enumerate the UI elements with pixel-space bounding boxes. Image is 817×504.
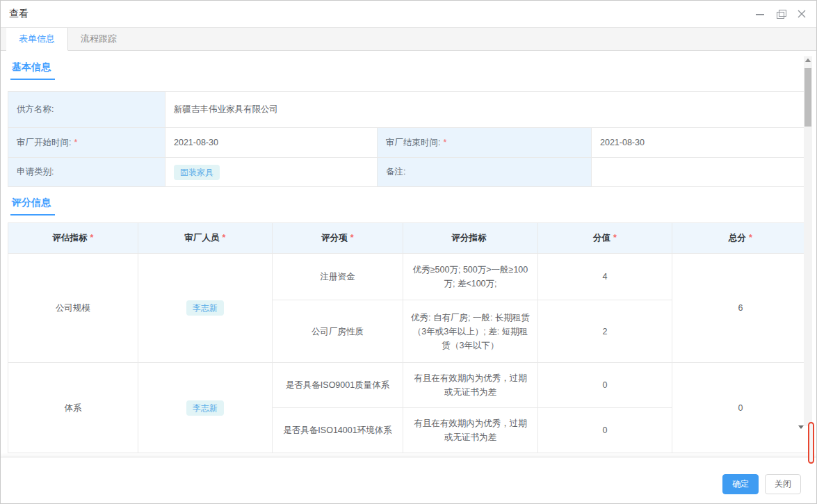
table-row: 供方名称: 新疆吉丰伟业家具有限公司	[8, 92, 809, 128]
tab-bar: 表单信息 流程跟踪	[1, 27, 816, 51]
window-controls	[755, 9, 807, 19]
tab-process-tracking[interactable]: 流程跟踪	[68, 28, 129, 50]
col-header-indicator: 评估指标*	[8, 223, 138, 254]
scrollbar-thumb[interactable]	[804, 68, 811, 127]
cell-score-item: 是否具备ISO14001环境体系	[273, 408, 403, 453]
cell-score: 2	[538, 300, 672, 363]
table-row: 申请类别: 固装家具 备注:	[8, 158, 809, 187]
supplier-name-value: 新疆吉丰伟业家具有限公司	[165, 92, 809, 128]
category-tag: 固装家具	[174, 165, 220, 180]
restore-icon[interactable]	[776, 9, 786, 19]
required-mark: *	[90, 233, 94, 243]
tab-form-info[interactable]: 表单信息	[6, 28, 68, 51]
cell-criteria: 优秀: 自有厂房; 一般: 长期租赁（3年或3年以上）; 差: 短期租赁（3年以…	[403, 300, 538, 363]
cell-indicator: 公司规模	[8, 254, 138, 363]
score-info-section-title: 评分信息	[10, 197, 55, 216]
minimize-icon[interactable]	[755, 9, 765, 19]
table-row: 体系 李志新 是否具备ISO9001质量体系 有且在有效期内为优秀，过期或无证书…	[8, 363, 809, 408]
audit-end-value: 2021-08-30	[592, 128, 809, 158]
col-header-criteria: 评分指标	[403, 223, 538, 254]
scroll-down-icon[interactable]	[798, 425, 804, 429]
cell-total: 0	[672, 363, 809, 453]
cell-criteria: 有且在有效期内为优秀，过期或无证书为差	[403, 408, 538, 453]
apply-category-label: 申请类别:	[8, 158, 165, 187]
cell-indicator: 体系	[8, 363, 138, 453]
supplier-name-label: 供方名称:	[8, 92, 165, 128]
table-row: 公司规模 李志新 注册资金 优秀≥500万; 500万>一般≥100万; 差<1…	[8, 254, 809, 300]
cell-score-item: 注册资金	[273, 254, 403, 300]
view-dialog: 查看 表单信息 流程跟踪 基本信息 供方名称: 新疆吉丰伟业家具有限公司 审厂开…	[0, 0, 817, 504]
col-header-score-item: 评分项*	[273, 223, 403, 254]
col-header-auditor: 审厂人员*	[138, 223, 273, 254]
confirm-button[interactable]: 确定	[722, 474, 759, 494]
dialog-titlebar: 查看	[1, 1, 816, 27]
cell-score: 4	[538, 254, 672, 300]
red-scroll-indicator[interactable]	[808, 422, 814, 464]
cell-score: 0	[538, 408, 672, 453]
col-header-total: 总分*	[672, 223, 809, 254]
audit-start-label: 审厂开始时间:*	[8, 128, 165, 158]
cell-criteria: 优秀≥500万; 500万>一般≥100万; 差<100万;	[403, 254, 538, 300]
audit-end-label: 审厂结束时间:*	[378, 128, 592, 158]
cell-total: 6	[672, 254, 809, 363]
cell-criteria: 有且在有效期内为优秀，过期或无证书为差	[403, 363, 538, 408]
remark-value	[592, 158, 809, 187]
cell-score: 0	[538, 363, 672, 408]
required-mark: *	[350, 233, 354, 243]
dialog-content: 基本信息 供方名称: 新疆吉丰伟业家具有限公司 审厂开始时间:* 2021-08…	[1, 51, 816, 457]
required-mark: *	[74, 138, 77, 147]
required-mark: *	[749, 233, 752, 243]
dialog-footer: 确定 关闭	[1, 457, 816, 503]
table-row: 审厂开始时间:* 2021-08-30 审厂结束时间:* 2021-08-30	[8, 128, 809, 158]
required-mark: *	[443, 138, 446, 147]
close-icon[interactable]	[797, 9, 807, 19]
cell-score-item: 是否具备ISO9001质量体系	[273, 363, 403, 408]
remark-label: 备注:	[378, 158, 592, 187]
score-table-header-row: 评估指标* 审厂人员* 评分项* 评分指标 分值* 总分*	[8, 223, 809, 254]
dialog-title: 查看	[9, 8, 29, 20]
basic-info-section-title: 基本信息	[10, 61, 55, 80]
required-mark: *	[223, 233, 226, 243]
cell-auditor: 李志新	[138, 363, 273, 453]
col-header-score: 分值*	[538, 223, 672, 254]
close-button[interactable]: 关闭	[765, 474, 801, 494]
score-table: 评估指标* 审厂人员* 评分项* 评分指标 分值* 总分* 公司规模 李志新 注…	[8, 222, 809, 453]
required-mark: *	[613, 233, 617, 243]
auditor-tag: 李志新	[186, 400, 224, 416]
cell-auditor: 李志新	[138, 254, 273, 363]
audit-start-value: 2021-08-30	[165, 128, 378, 158]
vertical-scrollbar[interactable]	[804, 56, 812, 426]
cell-score-item: 公司厂房性质	[273, 300, 403, 363]
auditor-tag: 李志新	[186, 300, 224, 316]
scroll-up-icon[interactable]	[805, 58, 811, 62]
apply-category-value: 固装家具	[165, 158, 378, 187]
basic-info-table: 供方名称: 新疆吉丰伟业家具有限公司 审厂开始时间:* 2021-08-30 审…	[8, 91, 809, 187]
